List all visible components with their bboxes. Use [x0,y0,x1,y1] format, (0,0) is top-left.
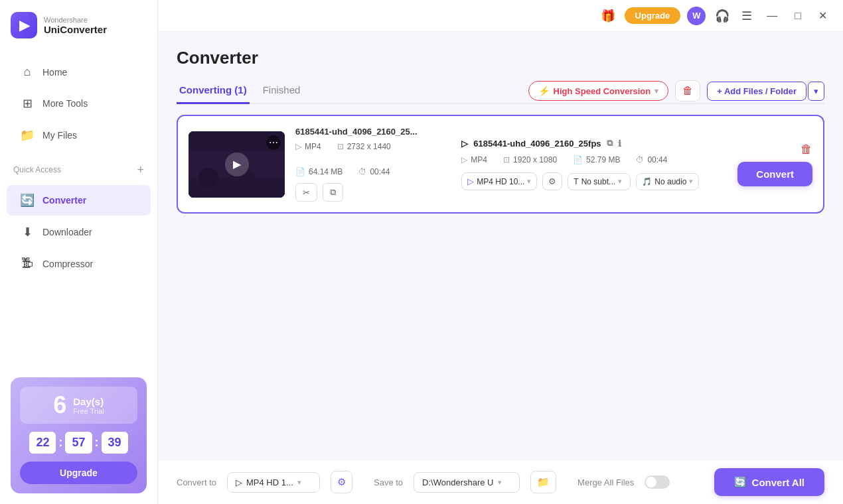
source-size: 64.14 MB [309,167,343,176]
svg-rect-8 [262,160,275,184]
convert-to-settings-button[interactable]: ⚙ [331,471,352,493]
convert-to-value: MP4 HD 1... [246,477,293,487]
logo-icon: ▶ [11,12,37,38]
info-icon[interactable]: ℹ [618,139,621,149]
trial-section: 6 Day(s) Free Trial 22 : 57 : 39 Upgrade [0,367,157,504]
cut-button[interactable]: ✂ [295,183,317,202]
source-resolution: 2732 x 1440 [347,142,391,151]
save-to-select[interactable]: D:\Wondershare U ▾ [414,472,520,493]
minimize-button[interactable]: — [761,7,783,25]
file-thumbnail: ▶ ⋯ [189,131,285,198]
tab-converting[interactable]: Converting (1) [177,79,250,104]
output-duration-icon: ⏱ [636,155,644,164]
add-files-dropdown-button[interactable]: ▾ [808,82,824,101]
lightning-icon: ⚡ [538,86,550,96]
quick-access-label: Quick Access [13,165,61,174]
trial-card: 6 Day(s) Free Trial 22 : 57 : 39 Upgrade [11,377,147,493]
close-button[interactable]: ✕ [813,7,832,25]
countdown-sep1: : [58,436,62,450]
days-word: Day(s) [73,396,104,407]
subtitle-select-dropdown[interactable]: T No subt... ▾ [568,173,631,190]
open-external-icon[interactable]: ⧉ [607,138,613,149]
source-format: MP4 [305,142,321,151]
sidebar: ▶ Wondershare UniConverter ⌂ Home ⊞ More… [0,0,158,504]
home-icon: ⌂ [20,65,35,79]
merge-all-files-label: Merge All Files [577,477,634,487]
svg-point-2 [189,168,225,194]
add-files-button[interactable]: + Add Files / Folder [707,82,806,101]
compressor-icon: 🗜 [20,257,35,271]
sidebar-item-label: Downloader [42,227,92,237]
output-size-icon: 📄 [573,155,583,164]
play-button-overlay[interactable]: ▶ [225,153,249,176]
source-resolution-item: ⊡ 2732 x 1440 [337,142,391,151]
countdown-sep2: : [95,436,99,450]
output-format-icon2: ▷ [461,155,467,164]
output-file-info: ▷ 6185441-uhd_4096_2160_25fps ⧉ ℹ ▷ MP4 … [461,138,714,190]
output-file-meta: ▷ MP4 ⊡ 1920 x 1080 📄 52.79 MB ⏱ [461,155,714,164]
sidebar-active-section: 🔄 Converter ⬇ Downloader 🗜 Compressor [0,178,157,285]
output-resolution-item: ⊡ 1920 x 1080 [503,155,557,164]
output-file-name-row: ▷ 6185441-uhd_4096_2160_25fps ⧉ ℹ [461,138,714,149]
convert-to-icon: ▷ [236,477,242,487]
free-trial-label: Free Trial [73,407,104,415]
menu-icon[interactable]: ☰ [739,6,755,26]
countdown-seconds: 39 [102,432,128,454]
titlebar: 🎁 Upgrade W 🎧 ☰ — □ ✕ [158,0,843,32]
subtitle-select-value: No subt... [581,177,615,186]
sidebar-item-label: Converter [42,195,86,206]
duration-icon: ⏱ [358,167,366,176]
audio-chevron: ▾ [689,177,693,186]
brand-name: Wondershare [44,16,107,24]
sidebar-item-compressor[interactable]: 🗜 Compressor [7,249,151,279]
source-duration-item: ⏱ 00:44 [358,167,390,176]
trial-days-label: Day(s) Free Trial [73,396,104,415]
headset-icon[interactable]: 🎧 [712,6,732,26]
save-to-folder-button[interactable]: 📁 [530,471,556,493]
merge-toggle[interactable] [645,475,670,489]
delete-all-button[interactable]: 🗑 [675,80,700,101]
tabs-toolbar: Converting (1) Finished ⚡ High Speed Con… [177,79,824,104]
avatar[interactable]: W [687,7,706,25]
downloader-icon: ⬇ [20,225,35,239]
convert-button[interactable]: Convert [737,162,812,186]
file-delete-button[interactable]: 🗑 [801,143,812,157]
gift-icon[interactable]: 🎁 [598,6,618,26]
upgrade-button-top[interactable]: Upgrade [625,7,681,24]
upgrade-button-sidebar[interactable]: Upgrade [20,462,137,484]
convert-to-select[interactable]: ▷ MP4 HD 1... ▾ [227,472,320,493]
convert-all-label: Convert All [752,477,805,488]
tab-finished[interactable]: Finished [260,79,303,104]
file-card: ▶ ⋯ 6185441-uhd_4096_2160_25... ▷ MP4 ⊡ … [177,115,824,214]
convert-to-chevron: ▾ [297,478,301,487]
page-content: Converter Converting (1) Finished ⚡ High… [158,32,843,460]
sidebar-item-home[interactable]: ⌂ Home [7,57,151,87]
thumbnail-more-icon[interactable]: ⋯ [266,135,281,150]
app-logo: ▶ Wondershare UniConverter [0,0,157,50]
settings-control-button[interactable]: ⚙ [542,172,562,190]
output-duration-item: ⏱ 00:44 [636,155,667,164]
high-speed-conversion-button[interactable]: ⚡ High Speed Conversion ▾ [528,81,669,101]
quick-access-header: Quick Access + [0,157,157,178]
resolution-icon: ⊡ [337,142,344,151]
maximize-button[interactable]: □ [789,7,806,25]
quick-access-add-button[interactable]: + [137,164,144,176]
format-select-dropdown[interactable]: ▷ MP4 HD 10... ▾ [461,172,537,190]
sidebar-item-label: Home [42,67,67,78]
sidebar-item-converter[interactable]: 🔄 Converter [7,185,151,216]
sidebar-item-downloader[interactable]: ⬇ Downloader [7,217,151,247]
copy-button[interactable]: ⧉ [323,183,343,202]
output-resolution: 1920 x 1080 [513,155,557,164]
audio-select-dropdown[interactable]: 🎵 No audio ▾ [636,173,699,190]
convert-all-icon: 🔄 [734,476,747,488]
convert-all-button[interactable]: 🔄 Convert All [714,468,824,496]
audio-icon: 🎵 [642,177,652,186]
save-to-label: Save to [374,477,403,487]
format-select-chevron: ▾ [527,177,531,186]
speed-btn-label: High Speed Conversion [554,86,651,96]
sidebar-item-my-files[interactable]: 📁 My Files [7,120,151,151]
file-list: ▶ ⋯ 6185441-uhd_4096_2160_25... ▷ MP4 ⊡ … [177,104,824,460]
save-to-chevron: ▾ [498,478,502,487]
sidebar-item-more-tools[interactable]: ⊞ More Tools [7,88,151,119]
countdown-minutes: 57 [65,432,92,454]
